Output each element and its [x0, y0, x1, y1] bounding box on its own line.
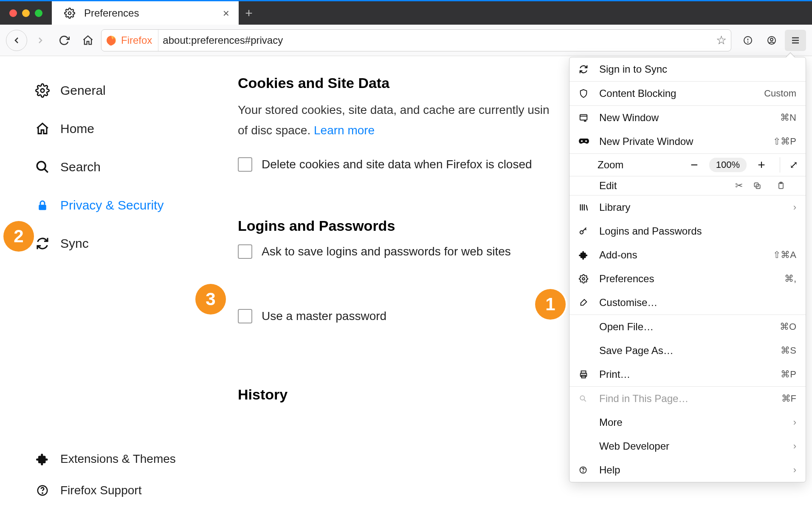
svg-point-12 — [581, 140, 583, 142]
close-tab-icon[interactable]: × — [223, 8, 229, 19]
identity-box[interactable]: Firefox — [106, 30, 158, 51]
shield-icon — [579, 89, 592, 98]
menu-content-blocking[interactable]: Content Blocking Custom — [570, 82, 806, 105]
svg-point-25 — [583, 472, 584, 472]
paintbrush-icon — [579, 298, 592, 307]
sidebar-item-extensions[interactable]: Extensions & Themes — [34, 452, 204, 466]
sidebar-item-sync[interactable]: Sync — [34, 236, 204, 251]
account-icon[interactable] — [761, 30, 782, 51]
checkbox-icon[interactable] — [238, 157, 252, 172]
sidebar-item-support[interactable]: Firefox Support — [34, 484, 204, 497]
key-icon — [579, 227, 592, 236]
chevron-right-icon: › — [793, 441, 796, 452]
puzzle-icon — [34, 453, 51, 465]
step-badge-3: 3 — [195, 284, 226, 314]
copy-icon[interactable] — [753, 181, 773, 190]
new-tab-button[interactable]: + — [239, 6, 259, 20]
back-button[interactable] — [6, 30, 27, 51]
close-window-icon[interactable] — [9, 9, 17, 17]
url-text: about:preferences#privacy — [163, 34, 283, 46]
menu-print[interactable]: Print… ⌘P — [570, 363, 806, 386]
svg-rect-8 — [39, 205, 46, 210]
sidebar-item-privacy[interactable]: Privacy & Security — [34, 198, 204, 212]
menu-logins-passwords[interactable]: Logins and Passwords — [570, 219, 806, 243]
cookies-description: Your stored cookies, site data, and cach… — [238, 100, 586, 140]
zoom-out-button[interactable]: − — [685, 158, 703, 172]
menu-addons[interactable]: Add-ons ⇧⌘A — [570, 243, 806, 267]
svg-point-0 — [68, 11, 71, 14]
menu-signin-sync[interactable]: Sign in to Sync — [570, 57, 806, 81]
checkbox-label: Ask to save logins and passwords for web… — [262, 245, 511, 258]
sidebar-item-label: Privacy & Security — [60, 198, 164, 212]
menu-save-page-as[interactable]: Save Page As… ⌘S — [570, 339, 806, 363]
firefox-logo-icon — [106, 35, 117, 46]
svg-point-13 — [585, 140, 587, 142]
library-icon — [579, 203, 592, 212]
tab-strip: Preferences × + — [0, 0, 812, 25]
sync-icon — [579, 65, 592, 74]
sidebar-item-general[interactable]: General — [34, 83, 204, 98]
bookmark-star-icon[interactable]: ☆ — [716, 33, 727, 47]
minimize-window-icon[interactable] — [22, 9, 30, 17]
checkbox-icon[interactable] — [238, 244, 252, 259]
hamburger-menu-button[interactable] — [785, 30, 806, 51]
reload-button[interactable] — [54, 35, 75, 46]
sidebar-item-search[interactable]: Search — [34, 160, 204, 174]
chevron-right-icon: › — [793, 465, 796, 476]
window-icon — [579, 113, 592, 122]
fullscreen-icon[interactable]: ⤢ — [789, 159, 798, 171]
svg-point-23 — [580, 396, 584, 400]
menu-more[interactable]: More › — [570, 411, 806, 434]
tab-preferences[interactable]: Preferences × — [52, 1, 239, 25]
puzzle-icon — [579, 250, 592, 260]
menu-help[interactable]: Help › — [570, 458, 806, 482]
gear-icon — [61, 8, 78, 19]
svg-point-5 — [770, 38, 773, 41]
learn-more-link[interactable]: Learn more — [314, 124, 375, 137]
menu-new-window[interactable]: New Window ⌘N — [570, 106, 806, 130]
checkbox-label: Use a master password — [262, 309, 386, 323]
sidebar-item-label: Search — [60, 160, 101, 174]
url-bar[interactable]: Firefox about:preferences#privacy ☆ — [101, 29, 731, 51]
svg-point-6 — [41, 89, 45, 93]
menu-library[interactable]: Library › — [570, 196, 806, 219]
window-controls — [0, 9, 52, 17]
zoom-window-icon[interactable] — [35, 9, 42, 17]
menu-find-in-page[interactable]: Find in This Page… ⌘F — [570, 387, 806, 411]
sidebar-item-label: Home — [60, 122, 94, 136]
svg-rect-11 — [580, 115, 587, 120]
forward-button[interactable] — [30, 30, 51, 51]
sync-icon — [34, 237, 51, 250]
sidebar-item-label: Sync — [60, 236, 89, 251]
checkbox-icon[interactable] — [238, 309, 252, 323]
home-icon — [34, 122, 51, 136]
menu-edit-row: Edit ✂ — [570, 176, 806, 195]
search-icon — [34, 160, 51, 174]
app-menu-panel: Sign in to Sync Content Blocking Custom … — [569, 57, 806, 482]
reader-mode-icon[interactable] — [737, 30, 758, 51]
cut-icon[interactable]: ✂ — [729, 180, 749, 191]
preferences-sidebar: General Home Search Privacy & Security S… — [0, 56, 221, 510]
menu-web-developer[interactable]: Web Developer › — [570, 434, 806, 458]
menu-private-window[interactable]: New Private Window ⇧⌘P — [570, 130, 806, 153]
svg-point-19 — [582, 278, 585, 280]
chevron-right-icon: › — [793, 202, 796, 213]
home-button[interactable] — [77, 34, 99, 46]
tab-title: Preferences — [84, 7, 139, 19]
zoom-value[interactable]: 100% — [709, 158, 747, 172]
svg-point-7 — [37, 162, 45, 170]
zoom-in-button[interactable]: + — [753, 158, 770, 172]
gear-icon — [34, 83, 51, 98]
paste-icon[interactable] — [777, 181, 796, 190]
menu-customise[interactable]: Customise… — [570, 291, 806, 314]
help-icon — [34, 484, 51, 497]
identity-label: Firefox — [121, 34, 152, 46]
mask-icon — [579, 139, 592, 144]
checkbox-label: Delete cookies and site data when Firefo… — [262, 158, 532, 171]
menu-open-file[interactable]: Open File… ⌘O — [570, 315, 806, 339]
navigation-toolbar: Firefox about:preferences#privacy ☆ — [0, 25, 812, 56]
svg-point-10 — [42, 493, 43, 494]
menu-preferences[interactable]: Preferences ⌘, — [570, 267, 806, 291]
sidebar-item-home[interactable]: Home — [34, 122, 204, 136]
lock-icon — [34, 199, 51, 212]
